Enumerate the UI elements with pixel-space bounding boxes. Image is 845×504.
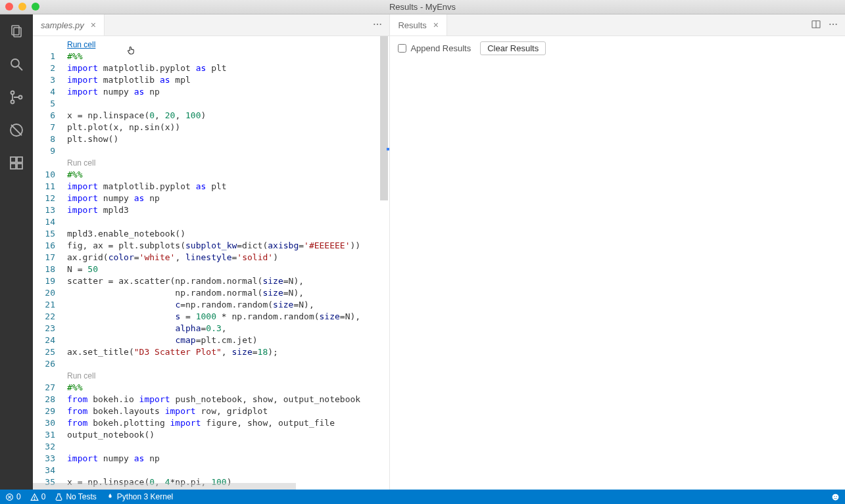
svg-rect-0: [12, 26, 19, 35]
append-results-checkbox[interactable]: Append Results: [398, 43, 471, 53]
code-line[interactable]: output_notebook(): [67, 429, 389, 441]
more-icon[interactable]: [828, 19, 838, 32]
svg-rect-9: [11, 157, 16, 162]
code-line[interactable]: plt.plot(x, np.sin(x)): [67, 122, 389, 133]
line-number: 5: [33, 98, 55, 110]
code-line[interactable]: import matplotlib.pyplot as plt: [67, 181, 389, 193]
code-line[interactable]: [67, 145, 389, 157]
code-line[interactable]: [67, 216, 389, 228]
code-line[interactable]: s = 1000 * np.random.random(size=N),: [67, 311, 389, 323]
code-line[interactable]: from bokeh.layouts import row, gridplot: [67, 405, 389, 417]
code-line[interactable]: import numpy as np: [67, 86, 389, 98]
svg-point-15: [380, 23, 381, 24]
svg-point-18: [829, 23, 831, 24]
svg-point-19: [833, 23, 834, 24]
status-kernel[interactable]: Python 3 Kernel: [106, 492, 173, 501]
horizontal-scrollbar[interactable]: [33, 483, 296, 490]
svg-rect-11: [11, 164, 16, 169]
tab-samples-py[interactable]: samples.py ×: [33, 14, 105, 35]
line-number: 10: [33, 169, 55, 181]
editor-tabs-right: Results ×: [390, 14, 845, 36]
code-line[interactable]: from bokeh.io import push_notebook, show…: [67, 394, 389, 405]
svg-point-27: [834, 495, 834, 496]
traffic-minimize[interactable]: [18, 3, 26, 11]
code-line[interactable]: np.random.normal(size=N),: [67, 287, 389, 299]
clear-results-button[interactable]: Clear Results: [480, 41, 546, 55]
svg-rect-10: [17, 157, 22, 162]
titlebar: Results - MyEnvs: [0, 0, 845, 14]
minimap[interactable]: [380, 36, 389, 490]
split-editor-icon[interactable]: [811, 19, 821, 32]
status-warnings[interactable]: 0: [30, 492, 46, 501]
line-number: 26: [33, 358, 55, 370]
code-line[interactable]: import numpy as np: [67, 193, 389, 204]
code-line[interactable]: [67, 98, 389, 110]
line-number: 16: [33, 240, 55, 252]
code-line[interactable]: scatter = ax.scatter(np.random.normal(si…: [67, 275, 389, 287]
line-number: 24: [33, 334, 55, 346]
code-line[interactable]: mpld3.enable_notebook(): [67, 228, 389, 240]
line-number: 25: [33, 346, 55, 358]
code-line[interactable]: [67, 358, 389, 370]
svg-line-3: [18, 66, 22, 70]
debug-icon[interactable]: [7, 121, 26, 139]
more-icon[interactable]: [372, 19, 383, 32]
code-line[interactable]: #%%: [67, 51, 389, 62]
run-cell-codelens[interactable]: Run cell: [67, 157, 389, 169]
code-line[interactable]: import matplotlib.pyplot as plt: [67, 62, 389, 74]
line-number: 8: [33, 133, 55, 145]
code-line[interactable]: import matplotlib as mpl: [67, 74, 389, 86]
source-control-icon[interactable]: [7, 88, 26, 106]
search-icon[interactable]: [7, 55, 26, 74]
line-number: 32: [33, 441, 55, 453]
line-number: 31: [33, 429, 55, 441]
code-line[interactable]: plt.show(): [67, 133, 389, 145]
code-line[interactable]: #%%: [67, 169, 389, 181]
line-number: 4: [33, 86, 55, 98]
run-cell-codelens[interactable]: Run cell: [67, 370, 389, 382]
traffic-maximize[interactable]: [32, 3, 39, 11]
code-line[interactable]: from bokeh.plotting import figure, show,…: [67, 417, 389, 429]
status-errors[interactable]: 0: [5, 492, 21, 501]
error-count: 0: [16, 492, 21, 501]
code-line[interactable]: fig, ax = plt.subplots(subplot_kw=dict(a…: [67, 240, 389, 252]
code-line[interactable]: [67, 441, 389, 453]
code-line[interactable]: x = np.linspace(0, 20, 100): [67, 110, 389, 122]
code-line[interactable]: ax.set_title("D3 Scatter Plot", size=18)…: [67, 346, 389, 358]
kernel-label: Python 3 Kernel: [117, 492, 173, 501]
line-number: 12: [33, 193, 55, 204]
status-feedback[interactable]: [831, 493, 840, 501]
tab-label: Results: [398, 20, 426, 30]
line-number: 20: [33, 287, 55, 299]
run-cell-codelens[interactable]: Run cell: [67, 39, 389, 51]
code-line[interactable]: #%%: [67, 382, 389, 394]
extensions-icon[interactable]: [7, 154, 26, 172]
svg-rect-12: [17, 164, 22, 169]
tab-results[interactable]: Results ×: [390, 14, 447, 35]
close-icon[interactable]: ×: [433, 20, 439, 30]
traffic-close[interactable]: [5, 3, 13, 11]
activity-bar: [0, 14, 33, 490]
status-tests[interactable]: No Tests: [55, 492, 96, 501]
code-line[interactable]: ax.grid(color='white', linestyle='solid'…: [67, 252, 389, 263]
close-icon[interactable]: ×: [91, 20, 96, 30]
line-number: 29: [33, 405, 55, 417]
code-line[interactable]: [67, 465, 389, 476]
svg-point-4: [11, 91, 14, 95]
line-number: 34: [33, 465, 55, 476]
code-line[interactable]: cmap=plt.cm.jet): [67, 334, 389, 346]
line-number: 2: [33, 62, 55, 74]
code-line[interactable]: N = 50: [67, 263, 389, 275]
svg-point-13: [374, 23, 375, 24]
explorer-icon[interactable]: [7, 22, 26, 41]
code-line[interactable]: c=np.random.random(size=N),: [67, 299, 389, 311]
code-line[interactable]: import numpy as np: [67, 453, 389, 465]
append-results-input[interactable]: [398, 44, 406, 53]
code-line[interactable]: import mpld3: [67, 204, 389, 216]
line-number: 30: [33, 417, 55, 429]
code-editor[interactable]: 1234567891011121314151617181920212223242…: [33, 36, 389, 490]
line-number: 18: [33, 263, 55, 275]
line-number: 27: [33, 382, 55, 394]
line-number: 17: [33, 252, 55, 263]
code-line[interactable]: alpha=0.3,: [67, 323, 389, 334]
